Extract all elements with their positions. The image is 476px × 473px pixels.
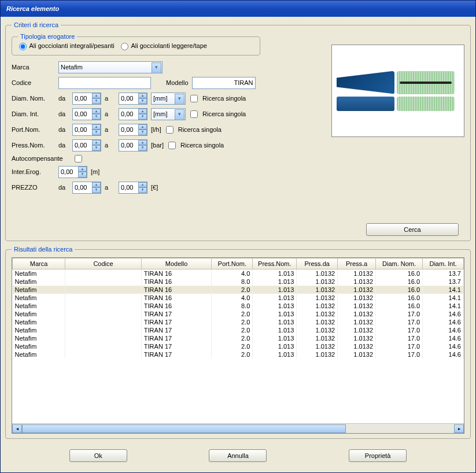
table-cell: Netafim [13,326,65,334]
port-nom-a-spinner[interactable]: ▲▼ [119,124,147,136]
table-row[interactable]: NetafimTIRAN 172.01.0131.01321.013217.01… [13,310,464,318]
table-cell: 16.0 [376,278,423,286]
radio-leggere-label[interactable]: Ali gocciolanti leggere/tape [120,42,207,49]
codice-label: Codice [12,79,55,86]
results-scroll[interactable]: Marca Codice Modello Port.Nom. Press.Nom… [12,258,464,423]
table-cell: 1.0132 [297,310,338,318]
table-cell: 8.0 [212,278,253,286]
table-cell: 1.0132 [338,278,376,286]
col-press-nom[interactable]: Press.Nom. [253,258,297,269]
scroll-left-icon[interactable]: ◂ [12,424,22,433]
diam-nom-a-spinner[interactable]: ▲▼ [119,93,147,105]
table-cell: 1.0132 [338,310,376,318]
radio-leggere[interactable] [121,43,128,50]
table-cell: Netafim [13,310,65,318]
table-row[interactable]: NetafimTIRAN 168.01.0131.01321.013216.01… [13,302,464,310]
table-cell: TIRAN 16 [141,302,212,310]
col-diam-int[interactable]: Diam. Int. [423,258,464,269]
col-press-da[interactable]: Press.da [297,258,338,269]
table-row[interactable]: NetafimTIRAN 172.01.0131.01321.013217.01… [13,342,464,350]
prezzo-a-spinner[interactable]: ▲▼ [119,182,147,194]
table-cell: 1.013 [253,269,297,278]
table-cell: 1.0132 [297,342,338,350]
diam-nom-da-spinner[interactable]: ▲▼ [72,93,101,105]
port-nom-single-check[interactable] [166,126,174,134]
table-cell [65,350,142,359]
scroll-thumb[interactable] [22,424,346,433]
ok-button[interactable]: Ok [69,449,127,462]
table-cell: 1.0132 [297,278,338,286]
window-title: Ricerca elemento [6,5,59,12]
table-cell: 14.6 [423,326,464,334]
scroll-track[interactable] [22,424,454,433]
table-row[interactable]: NetafimTIRAN 172.01.0131.01321.013217.01… [13,334,464,342]
marca-select[interactable]: Netafim [58,61,163,73]
cerca-button[interactable]: Cerca [366,223,459,236]
col-modello[interactable]: Modello [141,258,212,269]
table-cell: 1.0132 [338,334,376,342]
proprieta-button[interactable]: Proprietà [349,449,407,462]
diam-nom-single-check[interactable] [190,95,198,102]
table-cell: Netafim [13,350,65,359]
prezzo-da-spinner[interactable]: ▲▼ [72,182,101,194]
table-cell: 1.0132 [297,350,338,359]
radio-integrali[interactable] [19,43,27,50]
table-row[interactable]: NetafimTIRAN 172.01.0131.01321.013217.01… [13,326,464,334]
table-cell: 17.0 [376,350,423,359]
autocomp-label: Autocompensante [12,155,63,162]
table-cell: 4.0 [212,294,253,302]
spin-down-icon[interactable]: ▼ [92,98,101,104]
diam-int-da-spinner[interactable]: ▲▼ [72,108,101,120]
col-port-nom[interactable]: Port.Nom. [212,258,253,269]
marca-combo[interactable]: Netafim [58,61,163,73]
table-cell: Netafim [13,278,65,286]
press-nom-da-spinner[interactable]: ▲▼ [72,139,101,151]
col-marca[interactable]: Marca [13,258,65,269]
diam-nom-unit-combo[interactable]: [mm] [151,93,186,105]
inter-erog-spinner[interactable]: ▲▼ [58,166,87,178]
table-cell: 1.0132 [297,286,338,294]
col-press-a[interactable]: Press.a [338,258,376,269]
autocomp-check[interactable] [75,155,82,162]
table-cell: 1.0132 [297,294,338,302]
table-row[interactable]: NetafimTIRAN 164.01.0131.01321.013216.01… [13,294,464,302]
modello-input[interactable] [192,77,256,89]
spin-up-icon[interactable]: ▲ [92,93,101,99]
table-cell [65,294,142,302]
table-row[interactable]: NetafimTIRAN 172.01.0131.01321.013217.01… [13,350,464,359]
table-row[interactable]: NetafimTIRAN 164.01.0131.01321.013216.01… [13,269,464,278]
radio-integrali-label[interactable]: Ali gocciolanti integrali/pesanti [18,42,116,49]
press-nom-a-spinner[interactable]: ▲▼ [119,139,147,151]
table-cell: 1.0132 [338,294,376,302]
diam-int-single-check[interactable] [190,110,198,118]
col-codice[interactable]: Codice [65,258,142,269]
horizontal-scrollbar[interactable]: ◂ ▸ [12,423,464,433]
table-row[interactable]: NetafimTIRAN 168.01.0131.01321.013216.01… [13,278,464,286]
port-nom-da-spinner[interactable]: ▲▼ [72,124,101,136]
table-cell: TIRAN 17 [141,326,212,334]
tipologia-fieldset: Tipologia erogatore Ali gocciolanti inte… [12,33,260,56]
col-diam-nom[interactable]: Diam. Nom. [376,258,423,269]
codice-input[interactable] [58,77,151,89]
table-row[interactable]: NetafimTIRAN 162.01.0131.01321.013216.01… [13,286,464,294]
table-cell [65,302,142,310]
table-cell: 2.0 [212,342,253,350]
table-cell: TIRAN 17 [141,350,212,359]
scroll-right-icon[interactable]: ▸ [454,424,464,433]
table-cell: 14.1 [423,302,464,310]
diam-int-unit-combo[interactable]: [mm] [151,108,186,120]
table-cell: 1.0132 [338,302,376,310]
table-cell [65,310,142,318]
table-cell: 2.0 [212,350,253,359]
annulla-button[interactable]: Annulla [209,449,267,462]
table-cell: 1.013 [253,318,297,326]
product-image-icon [397,97,455,111]
table-cell: 1.0132 [297,269,338,278]
table-row[interactable]: NetafimTIRAN 172.01.0131.01321.013217.01… [13,318,464,326]
table-cell: 17.0 [376,326,423,334]
table-cell: Netafim [13,294,65,302]
press-nom-single-check[interactable] [168,142,176,149]
table-cell: 2.0 [212,310,253,318]
table-cell: Netafim [13,286,65,294]
diam-int-a-spinner[interactable]: ▲▼ [119,108,147,120]
